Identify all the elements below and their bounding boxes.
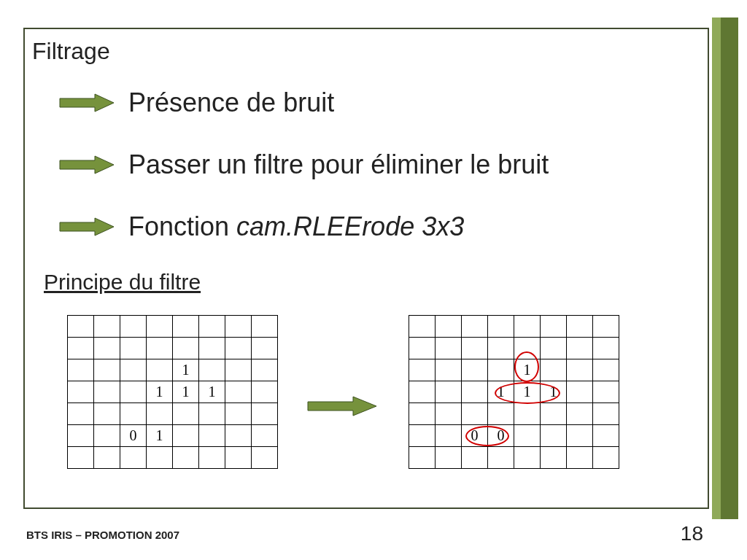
grid-cell: 1 bbox=[173, 359, 199, 381]
slide-title: Filtrage bbox=[32, 38, 110, 65]
grid-cell bbox=[541, 359, 567, 381]
grid-cell bbox=[68, 338, 94, 359]
grid-right: 111100 bbox=[409, 315, 619, 469]
grid-cell bbox=[225, 403, 252, 425]
grid-cell bbox=[436, 403, 462, 425]
grid-cell bbox=[225, 447, 252, 469]
bullet-3-italic: cam.RLEErode 3x3 bbox=[236, 211, 464, 241]
grid-cell bbox=[488, 338, 514, 359]
grid-cell bbox=[120, 403, 147, 425]
grid-cell bbox=[541, 425, 567, 447]
grid-cell bbox=[409, 316, 436, 338]
grid-cell bbox=[567, 338, 593, 359]
grid-cell bbox=[514, 338, 541, 359]
grid-cell bbox=[409, 425, 436, 447]
grid-cell bbox=[225, 359, 252, 381]
grid-cell bbox=[199, 359, 225, 381]
grid-cell: 1 bbox=[199, 381, 225, 403]
grid-cell bbox=[68, 425, 94, 447]
grid-cell bbox=[252, 425, 278, 447]
grid-cell bbox=[225, 381, 252, 403]
grid-cell bbox=[488, 447, 514, 469]
grid-cell bbox=[593, 381, 619, 403]
grid-cell bbox=[593, 403, 619, 425]
grid-cell bbox=[514, 316, 541, 338]
grid-cell bbox=[94, 403, 120, 425]
grid-cell bbox=[488, 359, 514, 381]
grid-cell bbox=[252, 403, 278, 425]
grid-cell: 1 bbox=[147, 425, 173, 447]
grid-cell bbox=[120, 359, 147, 381]
grid-cell bbox=[462, 338, 488, 359]
grid-cell: 1 bbox=[541, 381, 567, 403]
grid-cell bbox=[593, 359, 619, 381]
bullet-3: Fonction cam.RLEErode 3x3 bbox=[58, 211, 464, 242]
grid-cell bbox=[199, 316, 225, 338]
grid-cell bbox=[147, 359, 173, 381]
grid-cell bbox=[147, 316, 173, 338]
grid-cell bbox=[68, 447, 94, 469]
grid-cell bbox=[436, 359, 462, 381]
grid-cell bbox=[541, 403, 567, 425]
grid-cell bbox=[94, 447, 120, 469]
arrow-icon bbox=[58, 153, 115, 176]
bullet-2: Passer un filtre pour éliminer le bruit bbox=[58, 149, 549, 180]
subheading: Principe du filtre bbox=[44, 270, 201, 295]
grid-cell bbox=[173, 338, 199, 359]
grid-cell bbox=[514, 447, 541, 469]
grid-cell bbox=[541, 316, 567, 338]
grid-cell bbox=[567, 381, 593, 403]
grid-cell bbox=[68, 316, 94, 338]
page-number: 18 bbox=[681, 522, 703, 545]
bullet-1: Présence de bruit bbox=[58, 88, 334, 118]
grid-cell bbox=[173, 425, 199, 447]
grid-cell bbox=[173, 447, 199, 469]
grid-cell bbox=[462, 316, 488, 338]
grid-cell bbox=[436, 338, 462, 359]
grid-cell bbox=[199, 403, 225, 425]
grid-cell bbox=[199, 447, 225, 469]
grid-cell bbox=[409, 403, 436, 425]
grid-cell bbox=[225, 338, 252, 359]
grid-cell bbox=[409, 359, 436, 381]
grid-cell bbox=[68, 403, 94, 425]
grid-cell bbox=[593, 316, 619, 338]
grid-cell bbox=[514, 425, 541, 447]
grid-cell: 1 bbox=[173, 381, 199, 403]
grid-cell bbox=[68, 359, 94, 381]
bullet-3-text: Fonction cam.RLEErode 3x3 bbox=[128, 211, 464, 242]
arrow-icon bbox=[306, 394, 378, 419]
grid-cell bbox=[488, 316, 514, 338]
grid-cell: 0 bbox=[462, 425, 488, 447]
grid-cell bbox=[147, 338, 173, 359]
grid-cell bbox=[173, 403, 199, 425]
bullet-1-text: Présence de bruit bbox=[128, 88, 334, 118]
grid-cell bbox=[593, 425, 619, 447]
grid-cell bbox=[147, 447, 173, 469]
grid-cell bbox=[94, 359, 120, 381]
grid-cell bbox=[94, 381, 120, 403]
grid-cell bbox=[68, 381, 94, 403]
grid-cell bbox=[252, 359, 278, 381]
grid-cell bbox=[409, 338, 436, 359]
grid-cell bbox=[593, 338, 619, 359]
grid-cell bbox=[436, 447, 462, 469]
grid-cell bbox=[567, 447, 593, 469]
grid-cell bbox=[252, 447, 278, 469]
grid-cell bbox=[462, 359, 488, 381]
bullet-3-prefix: Fonction bbox=[128, 211, 236, 241]
grid-cell bbox=[567, 403, 593, 425]
grid-cell bbox=[252, 316, 278, 338]
grid-cell bbox=[436, 316, 462, 338]
bullet-2-text: Passer un filtre pour éliminer le bruit bbox=[128, 149, 549, 180]
grid-cell bbox=[252, 338, 278, 359]
grid-cell: 1 bbox=[488, 381, 514, 403]
grid-cell bbox=[120, 338, 147, 359]
grid-cell bbox=[593, 447, 619, 469]
grid-cell: 1 bbox=[514, 381, 541, 403]
grid-cell bbox=[173, 316, 199, 338]
grid-cell bbox=[567, 425, 593, 447]
grid-cell bbox=[225, 316, 252, 338]
grid-cell bbox=[94, 316, 120, 338]
accent-bar bbox=[712, 18, 738, 519]
